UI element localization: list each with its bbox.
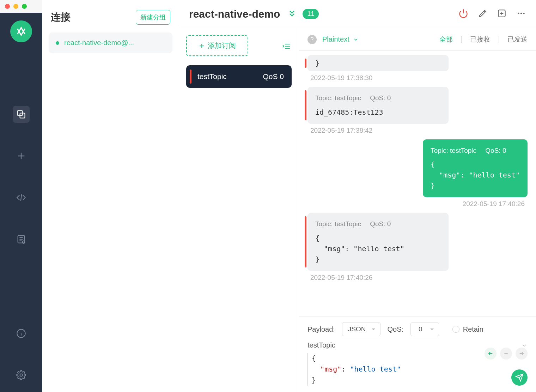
edit-button[interactable] [478, 9, 487, 19]
format-select[interactable]: Plaintext [322, 35, 359, 43]
message-payload: } [315, 58, 441, 68]
message-topic: Topic: testTopic [315, 220, 361, 228]
tab-all[interactable]: 全部 [439, 35, 453, 44]
maximize-window-icon[interactable] [22, 4, 27, 9]
svg-point-9 [523, 12, 524, 14]
close-window-icon[interactable] [5, 4, 10, 9]
qos-select[interactable]: 0 [410, 322, 439, 336]
nav-settings[interactable] [13, 367, 30, 384]
divider [461, 36, 462, 43]
chevron-down-icon [353, 37, 359, 42]
help-icon[interactable]: ? [307, 35, 317, 44]
nav-connections[interactable] [13, 106, 30, 123]
messages-header: ? Plaintext 全部 已接收 已发送 [299, 28, 536, 51]
message-timestamp: 2022-05-19 17:40:26 [310, 274, 528, 282]
subscription-item[interactable]: testTopic QoS 0 [186, 65, 292, 88]
connection-name: react-native-demo@... [64, 39, 134, 47]
message-payload: { "msg": "hello test" } [431, 159, 520, 191]
history-pause-button[interactable] [500, 348, 512, 360]
subscription-topic: testTopic [197, 72, 227, 81]
svg-point-5 [20, 374, 23, 376]
message-topic: Topic: testTopic [315, 94, 361, 102]
retain-label: Retain [463, 325, 483, 333]
more-button[interactable] [516, 9, 526, 19]
messages-wrap: ? Plaintext 全部 已接收 已发送 [299, 28, 536, 392]
message-qos: QoS: 0 [370, 94, 391, 102]
message-timestamp: 2022-05-19 17:40:26 [463, 200, 525, 208]
subscriptions-panel: 添加订阅 testTopic QoS 0 [179, 28, 299, 392]
connection-header: react-native-demo 11 [179, 0, 536, 28]
nav-scripts[interactable] [13, 189, 30, 206]
disconnect-button[interactable] [458, 8, 468, 20]
connection-title: react-native-demo [189, 8, 280, 20]
new-group-button[interactable]: 新建分组 [136, 10, 170, 25]
message-timestamp: 2022-05-19 17:38:30 [310, 74, 528, 82]
topic-value: testTopic [307, 341, 335, 349]
radio-icon [452, 326, 459, 333]
message-bubble: Topic: testTopic QoS: 0 { "msg": "hello … [307, 213, 449, 271]
connections-panel: 连接 新建分组 react-native-demo@... [42, 0, 179, 392]
format-label: Plaintext [322, 35, 349, 43]
nav-rail [0, 0, 42, 392]
divider [499, 36, 499, 43]
message-bubble: Topic: testTopic QoS: 0 id_67485:Test123 [307, 87, 449, 124]
minimize-window-icon[interactable] [13, 4, 18, 9]
message-timestamp: 2022-05-19 17:38:42 [310, 127, 528, 134]
send-button[interactable] [511, 369, 528, 386]
status-dot-icon [56, 41, 59, 45]
connection-item[interactable]: react-native-demo@... [49, 32, 172, 53]
message-payload: id_67485:Test123 [315, 107, 441, 117]
retain-toggle[interactable]: Retain [452, 325, 483, 333]
message-topic: Topic: testTopic [431, 147, 476, 154]
window-controls [0, 0, 42, 13]
svg-point-7 [518, 12, 519, 14]
svg-point-8 [520, 12, 522, 14]
message-qos: QoS: 0 [485, 147, 506, 154]
nav-about[interactable] [13, 325, 30, 342]
main-area: react-native-demo 11 [179, 0, 536, 392]
history-prev-button[interactable] [485, 348, 497, 360]
collapse-subs-icon[interactable] [281, 42, 292, 52]
message-item: Topic: testTopic QoS: 0 { "msg": "hello … [307, 139, 528, 208]
message-item: Topic: testTopic QoS: 0 id_67485:Test123… [307, 87, 528, 134]
new-window-button[interactable] [497, 9, 506, 19]
message-item: Topic: testTopic QoS: 0 { "msg": "hello … [307, 213, 528, 282]
connections-title: 连接 [51, 11, 71, 24]
message-bubble: } [307, 55, 449, 71]
history-next-button[interactable] [516, 348, 528, 360]
add-subscription-label: 添加订阅 [208, 41, 236, 50]
messages-list[interactable]: } 2022-05-19 17:38:30 Topic: testTopic Q… [299, 51, 536, 316]
tab-sent[interactable]: 已发送 [507, 35, 528, 44]
composer: Payload: JSON QoS: 0 Retain testTopic { [299, 316, 536, 392]
unread-badge: 11 [303, 9, 319, 19]
nav-new[interactable] [13, 147, 30, 164]
message-payload: { "msg": "hello test" } [315, 233, 441, 265]
add-subscription-button[interactable]: 添加订阅 [186, 35, 248, 56]
tab-received[interactable]: 已接收 [470, 35, 490, 44]
qos-label: QoS: [388, 325, 404, 333]
message-item: } 2022-05-19 17:38:30 [307, 55, 528, 82]
subscription-qos: QoS 0 [263, 72, 284, 81]
message-qos: QoS: 0 [370, 220, 391, 228]
expand-icon[interactable] [288, 9, 296, 19]
app-logo [10, 20, 32, 42]
payload-type-select[interactable]: JSON [342, 322, 380, 336]
payload-label: Payload: [307, 325, 335, 333]
nav-log[interactable] [13, 231, 30, 248]
message-bubble: Topic: testTopic QoS: 0 { "msg": "hello … [423, 139, 528, 198]
